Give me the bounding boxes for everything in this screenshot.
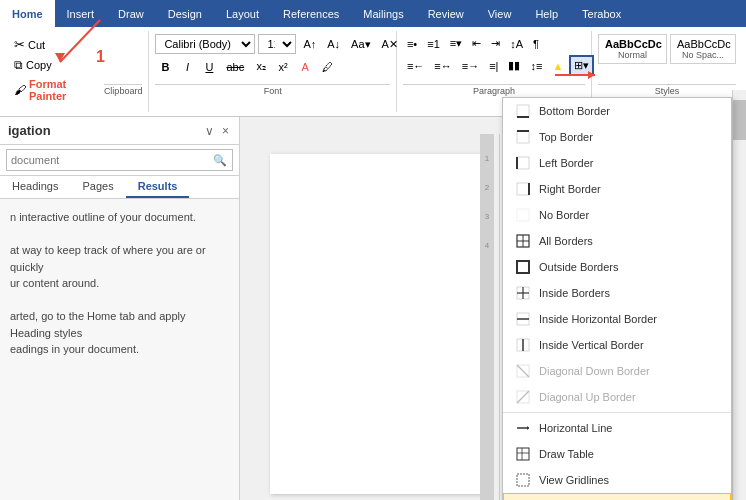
top-border-icon [515, 129, 531, 145]
clipboard-group: ✂ Cut ⧉ Copy 🖌 Format Painter Clipboard [4, 31, 149, 112]
scrollbar-thumb[interactable] [733, 100, 746, 140]
left-border-icon [515, 155, 531, 171]
menu-item-diag-up-border: Diagonal Up Border [503, 384, 731, 410]
paragraph-label: Paragraph [403, 84, 585, 96]
bold-button[interactable]: B [155, 58, 175, 76]
tab-layout[interactable]: Layout [214, 0, 271, 27]
align-center-button[interactable]: ≡↔ [430, 57, 455, 75]
font-name-select[interactable]: Calibri (Body) [155, 34, 255, 54]
copy-button[interactable]: ⧉ Copy [10, 56, 104, 74]
right-border-icon [515, 181, 531, 197]
menu-item-draw-table[interactable]: Draw Table [503, 441, 731, 467]
numbering-button[interactable]: ≡1 [423, 35, 444, 53]
horizontal-line-icon [515, 420, 531, 436]
inside-h-border-icon [515, 311, 531, 327]
columns-button[interactable]: ▮▮ [504, 56, 524, 75]
nav-tab-results[interactable]: Results [126, 176, 190, 198]
italic-button[interactable]: I [177, 58, 197, 76]
nav-tab-headings[interactable]: Headings [0, 176, 70, 198]
tab-home[interactable]: Home [0, 0, 55, 27]
svg-rect-0 [517, 105, 529, 117]
menu-item-bottom-border[interactable]: Bottom Border [503, 98, 731, 124]
scrollbar[interactable] [732, 90, 746, 500]
menu-item-outside-borders[interactable]: Outside Borders [503, 254, 731, 280]
styles-label: Styles [598, 84, 736, 96]
menu-item-horizontal-line[interactable]: Horizontal Line [503, 415, 731, 441]
nav-collapse-button[interactable]: ∨ [203, 124, 216, 138]
menu-item-borders-shading[interactable]: Borders and Shading... [503, 493, 731, 500]
justify-button[interactable]: ≡| [485, 57, 502, 75]
svg-rect-4 [517, 157, 529, 169]
cut-button[interactable]: ✂ Cut [10, 35, 104, 54]
multilevel-list-button[interactable]: ≡▾ [446, 34, 466, 53]
menu-item-all-borders[interactable]: All Borders [503, 228, 731, 254]
menu-item-inside-v-border[interactable]: Inside Vertical Border [503, 332, 731, 358]
tab-references[interactable]: References [271, 0, 351, 27]
font-size-select[interactable]: 11 [258, 34, 296, 54]
format-painter-button[interactable]: 🖌 Format Painter [10, 76, 104, 104]
subscript-button[interactable]: x₂ [251, 57, 271, 76]
decrease-indent-button[interactable]: ⇤ [468, 34, 485, 53]
style-no-spacing[interactable]: AaBbCcDc No Spac... [670, 34, 736, 64]
shading-button[interactable]: ▲ [548, 57, 567, 75]
nav-search-icon[interactable]: 🔍 [213, 154, 227, 167]
svg-rect-2 [517, 131, 529, 143]
format-painter-icon: 🖌 [14, 83, 26, 97]
align-right-button[interactable]: ≡→ [458, 57, 483, 75]
document-page [270, 154, 490, 494]
svg-rect-8 [517, 209, 529, 221]
menu-item-view-gridlines[interactable]: View Gridlines [503, 467, 731, 493]
nav-search-input[interactable] [6, 149, 233, 171]
tab-help[interactable]: Help [523, 0, 570, 27]
nav-search-area: 🔍 [0, 145, 239, 176]
tab-review[interactable]: Review [416, 0, 476, 27]
menu-item-left-border[interactable]: Left Border [503, 150, 731, 176]
cut-icon: ✂ [14, 37, 25, 52]
nav-tab-pages[interactable]: Pages [70, 176, 125, 198]
show-formatting-button[interactable]: ¶ [529, 35, 543, 53]
borders-dropdown-menu: Bottom Border Top Border Left Border Rig… [502, 97, 732, 500]
underline-button[interactable]: U [199, 58, 219, 76]
clipboard-label: Clipboard [104, 84, 143, 96]
borders-button[interactable]: ⊞▾ [569, 55, 594, 76]
decrease-font-button[interactable]: A↓ [323, 36, 344, 52]
nav-title: igation [8, 123, 51, 138]
tab-terabox[interactable]: Terabox [570, 0, 633, 27]
diag-down-border-icon [515, 363, 531, 379]
tab-mailings[interactable]: Mailings [351, 0, 415, 27]
tab-insert[interactable]: Insert [55, 0, 107, 27]
tab-draw[interactable]: Draw [106, 0, 156, 27]
view-gridlines-icon [515, 472, 531, 488]
font-group: Calibri (Body) 11 A↑ A↓ Aa▾ A✕ B I U abc… [149, 31, 397, 112]
sort-button[interactable]: ↕A [506, 35, 527, 53]
highlight-color-button[interactable]: 🖊 [317, 58, 338, 76]
superscript-button[interactable]: x² [273, 58, 293, 76]
style-normal[interactable]: AaBbCcDc Normal [598, 34, 667, 64]
change-case-button[interactable]: Aa▾ [347, 36, 374, 53]
svg-marker-25 [527, 426, 529, 430]
increase-indent-button[interactable]: ⇥ [487, 34, 504, 53]
line-spacing-button[interactable]: ↕≡ [526, 57, 546, 75]
inside-v-border-icon [515, 337, 531, 353]
tab-design[interactable]: Design [156, 0, 214, 27]
font-label: Font [155, 84, 390, 96]
menu-item-right-border[interactable]: Right Border [503, 176, 731, 202]
font-color-button[interactable]: A [295, 58, 315, 76]
svg-line-23 [517, 391, 529, 403]
tab-view[interactable]: View [476, 0, 524, 27]
align-left-button[interactable]: ≡← [403, 57, 428, 75]
nav-header: igation ∨ × [0, 117, 239, 145]
nav-close-button[interactable]: × [220, 124, 231, 138]
bullets-button[interactable]: ≡• [403, 35, 421, 53]
draw-table-icon [515, 446, 531, 462]
increase-font-button[interactable]: A↑ [299, 36, 320, 52]
nav-content: n interactive outline of your document. … [0, 199, 239, 500]
svg-rect-26 [517, 448, 529, 460]
strikethrough-button[interactable]: abc [221, 58, 249, 76]
no-border-icon [515, 207, 531, 223]
menu-item-top-border[interactable]: Top Border [503, 124, 731, 150]
menu-item-no-border[interactable]: No Border [503, 202, 731, 228]
menu-item-inside-borders[interactable]: Inside Borders [503, 280, 731, 306]
svg-rect-29 [517, 474, 529, 486]
menu-item-inside-h-border[interactable]: Inside Horizontal Border [503, 306, 731, 332]
